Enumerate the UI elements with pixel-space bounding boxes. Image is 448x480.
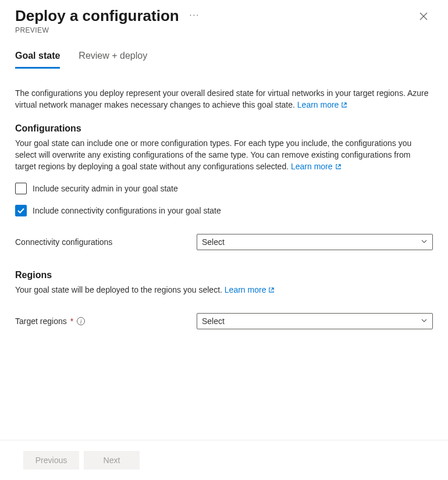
configurations-learn-more-link[interactable]: Learn more bbox=[291, 162, 342, 171]
page-title: Deploy a configuration bbox=[15, 7, 179, 25]
external-link-icon bbox=[268, 284, 275, 296]
connectivity-configurations-label: Connectivity configurations bbox=[15, 237, 197, 247]
include-connectivity-label: Include connectivity configurations in y… bbox=[33, 206, 221, 215]
target-regions-label: Target regions * i bbox=[15, 317, 197, 326]
select-value: Select bbox=[202, 237, 225, 247]
select-value: Select bbox=[202, 317, 225, 326]
regions-text: Your goal state will be deployed to the … bbox=[15, 284, 433, 296]
next-button[interactable]: Next bbox=[84, 451, 140, 470]
page-subtitle: PREVIEW bbox=[15, 26, 414, 34]
tab-strip: Goal state Review + deploy bbox=[0, 34, 448, 69]
footer: Previous Next bbox=[0, 440, 448, 480]
include-security-label: Include security admin in your goal stat… bbox=[33, 184, 178, 193]
configurations-heading: Configurations bbox=[15, 123, 433, 134]
info-icon[interactable]: i bbox=[77, 317, 85, 325]
external-link-icon bbox=[341, 99, 347, 111]
chevron-down-icon bbox=[421, 317, 428, 326]
target-regions-select[interactable]: Select bbox=[197, 313, 433, 329]
more-icon[interactable]: ··· bbox=[190, 10, 200, 19]
configurations-copy: Your goal state can include one or more … bbox=[15, 138, 411, 171]
tab-goal-state[interactable]: Goal state bbox=[15, 51, 60, 69]
check-icon bbox=[17, 207, 25, 215]
configurations-text: Your goal state can include one or more … bbox=[15, 137, 433, 172]
connectivity-configurations-select[interactable]: Select bbox=[197, 234, 433, 250]
intro-copy: The configurations you deploy represent … bbox=[15, 88, 428, 109]
close-button[interactable] bbox=[414, 7, 433, 26]
tab-review-deploy[interactable]: Review + deploy bbox=[79, 51, 147, 69]
external-link-icon bbox=[335, 161, 342, 172]
regions-copy: Your goal state will be deployed to the … bbox=[15, 285, 222, 294]
close-icon bbox=[419, 12, 428, 20]
include-security-checkbox[interactable] bbox=[15, 183, 27, 194]
required-indicator: * bbox=[70, 317, 73, 326]
regions-learn-more-link[interactable]: Learn more bbox=[225, 285, 275, 294]
regions-heading: Regions bbox=[15, 270, 433, 280]
include-connectivity-checkbox[interactable] bbox=[15, 205, 27, 216]
chevron-down-icon bbox=[421, 237, 428, 247]
intro-learn-more-link[interactable]: Learn more bbox=[297, 100, 348, 109]
intro-text: The configurations you deploy represent … bbox=[15, 87, 433, 111]
previous-button[interactable]: Previous bbox=[23, 451, 79, 470]
